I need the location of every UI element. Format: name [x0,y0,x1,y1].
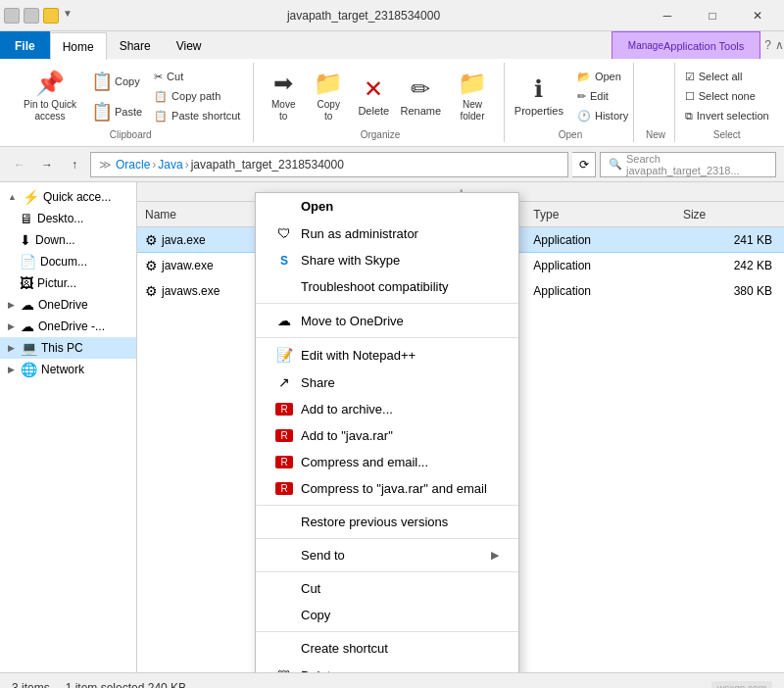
properties-button[interactable]: ℹ Properties [508,71,570,122]
new-folder-button[interactable]: 📁 New folder [446,65,498,127]
thispc-label: This PC [41,341,83,355]
onedrive-label: OneDrive [38,298,88,312]
pictures-icon: 🖼 [20,275,33,291]
rename-button[interactable]: ✏ Rename [397,71,444,122]
open-button[interactable]: 📂Open [572,68,633,86]
refresh-button[interactable]: ⟳ [572,152,596,177]
sidebar-item-quick-access[interactable]: ▲ ⚡ Quick acce... [0,186,136,208]
open-icon: 📂 [577,71,591,83]
ctx-copy[interactable]: Copy [256,602,518,628]
scissors-icon: ✂ [154,71,163,83]
select-all-label: Select all [699,71,743,82]
select-none-button[interactable]: ☐Select none [680,87,774,106]
ctx-compress-rar-email[interactable]: R Compress to "java.rar" and email [256,475,518,502]
copy-to-button[interactable]: 📁 Copy to [307,65,350,127]
tab-manage[interactable]: Manage Application Tools [612,31,761,59]
ctx-add-rar-label: Add to "java.rar" [301,428,393,443]
pin-icon: 📌 [35,70,65,97]
ctx-compress-rar-email-icon: R [275,482,293,495]
ctx-run-admin[interactable]: 🛡 Run as administrator [256,220,518,247]
maximize-button[interactable]: □ [690,0,735,31]
paste-label: Paste [115,106,142,118]
ribbon-content: 📌 Pin to Quick access 📋 Copy 📋 Paste ✂Cu… [0,59,784,147]
ctx-compress-email[interactable]: R Compress and email... [256,449,518,475]
sidebar-item-pictures[interactable]: 🖼 Pictur... [0,272,136,294]
ctx-restore-label: Restore previous versions [301,515,448,529]
tab-home[interactable]: Home [50,32,107,60]
minimize-button[interactable]: ─ [645,0,690,31]
forward-button[interactable]: → [35,153,59,176]
down-arrow-icon: ▼ [63,8,74,24]
selected-info: 1 item selected 240 KB [66,681,186,689]
ctx-add-rar-icon: R [275,429,293,442]
ctx-send-label: Send to [301,548,345,563]
close-button[interactable]: ✕ [735,0,780,31]
copy-path-button[interactable]: 📋Copy path [149,87,245,106]
invert-icon: ⧉ [685,110,693,123]
ctx-create-shortcut[interactable]: Create shortcut [256,635,518,662]
address-java[interactable]: Java [158,158,182,172]
cut-label: Cut [167,71,183,82]
sidebar-item-documents[interactable]: 📄 Docum... [0,251,136,272]
ctx-notepad-label: Edit with Notepad++ [301,348,416,363]
ctx-cut-label: Cut [301,581,320,596]
file-size-javaws: 380 KB [675,284,784,298]
history-button[interactable]: 🕐History [572,107,633,125]
invert-selection-button[interactable]: ⧉Invert selection [680,107,774,125]
ctx-notepad[interactable]: 📝 Edit with Notepad++ [256,341,518,369]
ctx-send-to[interactable]: Send to ▶ [256,542,518,568]
ctx-delete[interactable]: 🛡 Delete [256,662,518,672]
sidebar-item-onedrive2[interactable]: ▶ ☁ OneDrive -... [0,316,136,337]
organize-buttons: ➡ Move to 📁 Copy to ✕ Delete ✏ Rename 📁 … [262,65,498,127]
ribbon-help: ? ∧ [764,31,784,59]
properties-icon: ℹ [534,75,543,103]
main-area: ▲ ⚡ Quick acce... 🖥 Deskto... ⬇ Down... … [0,182,784,672]
ctx-share[interactable]: ↗ Share [256,369,518,396]
ctx-archive-icon: R [275,403,293,416]
ctx-open[interactable]: Open [256,193,518,220]
back-button[interactable]: ← [8,153,31,176]
copy-button[interactable]: 📋 Copy [86,67,147,96]
sidebar-item-downloads[interactable]: ⬇ Down... [0,229,136,251]
tab-file[interactable]: File [0,31,50,59]
copy-path-label: Copy path [172,90,220,102]
header-size[interactable]: Size [675,208,784,221]
up-button[interactable]: ↑ [63,153,86,176]
address-oracle[interactable]: Oracle [116,158,150,172]
ctx-skype[interactable]: S Share with Skype [256,247,518,273]
ctx-troubleshoot[interactable]: Troubleshoot compatibility [256,273,518,300]
tab-share[interactable]: Share [107,31,164,59]
downloads-icon: ⬇ [20,232,31,248]
delete-button[interactable]: ✕ Delete [352,71,395,122]
ctx-cut[interactable]: Cut [256,575,518,602]
tab-view[interactable]: View [164,31,215,59]
ctx-archive[interactable]: R Add to archive... [256,396,518,422]
cut-button[interactable]: ✂Cut [149,68,245,86]
paste-button[interactable]: 📋 Paste [86,97,147,126]
ctx-add-rar[interactable]: R Add to "java.rar" [256,422,518,449]
pin-to-quick-button[interactable]: 📌 Pin to Quick access [16,65,84,127]
sidebar-item-onedrive[interactable]: ▶ ☁ OneDrive [0,294,136,316]
ctx-restore[interactable]: Restore previous versions [256,509,518,535]
sidebar-item-thispc[interactable]: ▶ 💻 This PC [0,337,136,359]
select-all-button[interactable]: ☑Select all [680,68,774,86]
file-type-javaw: Application [525,259,675,272]
file-size-javaw: 242 KB [675,259,784,272]
sidebar-item-desktop[interactable]: 🖥 Deskto... [0,208,136,229]
paste-shortcut-button[interactable]: 📋Paste shortcut [149,107,245,125]
select-group: ☑Select all ☐Select none ⧉Invert selecti… [677,63,776,142]
search-bar[interactable]: 🔍 Search javapath_target_2318... [600,152,776,177]
move-to-button[interactable]: ➡ Move to [262,65,305,127]
tab-manage-label: Application Tools [663,40,744,52]
history-icon: 🕐 [577,110,591,123]
ctx-skype-label: Share with Skype [301,253,400,268]
quick-access-label: Quick acce... [43,190,111,204]
documents-label: Docum... [40,255,87,269]
window-controls: ─ □ ✕ [645,0,780,31]
header-type[interactable]: Type [525,208,675,221]
ctx-shortcut-label: Create shortcut [301,641,388,656]
ctx-onedrive[interactable]: ☁ Move to OneDrive [256,307,518,334]
edit-button[interactable]: ✏Edit [572,87,633,106]
title-bar: ▼ javapath_target_2318534000 ─ □ ✕ [0,0,784,31]
sidebar-item-network[interactable]: ▶ 🌐 Network [0,359,136,380]
